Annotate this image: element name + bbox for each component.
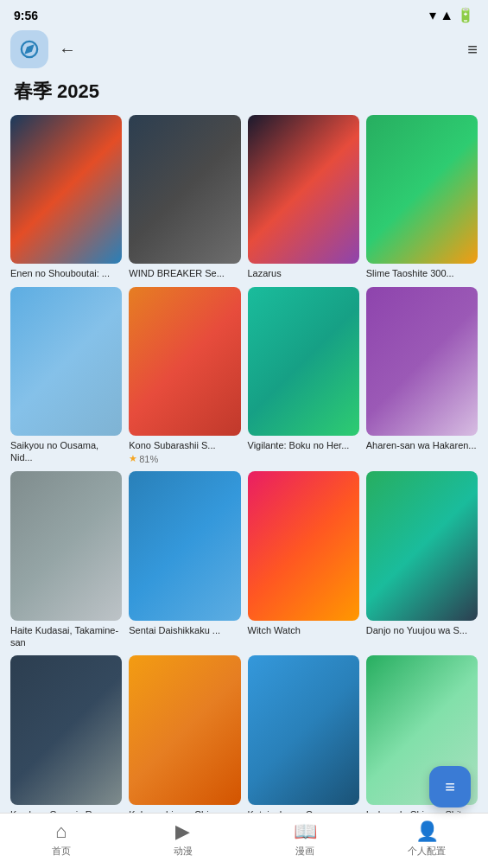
compass-icon [20, 40, 39, 59]
anime-thumbnail [129, 655, 240, 804]
star-icon: ★ [129, 453, 137, 464]
status-bar: 9:56 ▾ ▲ 🔋 [0, 0, 488, 27]
list-view-button[interactable]: ≡ [467, 40, 478, 60]
anime-item[interactable]: Vigilante: Boku no Her... [248, 287, 359, 465]
home-nav-label: 首页 [52, 845, 71, 858]
profile-nav-label: 个人配置 [408, 845, 446, 858]
anime-thumbnail [366, 115, 478, 264]
anime-title: Aharen-san wa Hakaren... [366, 439, 478, 451]
anime-item[interactable]: Kono Subarashii S...★81% [129, 287, 240, 465]
anime-nav-icon: ▶ [175, 820, 190, 843]
anime-cover-art [366, 115, 478, 264]
signal-icon: ▲ [440, 8, 453, 23]
nav-item-profile[interactable]: 👤个人配置 [401, 820, 453, 858]
anime-item[interactable]: Sentai Daishikkaku ... [129, 471, 240, 648]
header-left: ← [10, 30, 76, 68]
rating-value: 81% [139, 454, 158, 464]
anime-title: Vigilante: Boku no Her... [248, 439, 359, 451]
anime-cover-art [129, 287, 240, 436]
anime-item[interactable]: Slime Taoshite 300... [366, 115, 478, 280]
anime-thumbnail [129, 287, 240, 436]
header: ← ≡ [0, 27, 488, 75]
wifi-icon: ▾ [429, 7, 436, 23]
anime-grid: Enen no Shouboutai: ...WIND BREAKER Se..… [0, 115, 488, 868]
home-nav-icon: ⌂ [55, 820, 67, 843]
anime-title: Sentai Daishikkaku ... [129, 624, 240, 636]
anime-thumbnail [10, 471, 122, 620]
anime-cover-art [10, 115, 122, 264]
rating-row: ★81% [129, 453, 240, 464]
anime-thumbnail [248, 471, 359, 620]
anime-cover-art [129, 655, 240, 804]
manga-nav-icon: 📖 [294, 820, 317, 843]
manga-nav-label: 漫画 [295, 845, 314, 858]
anime-cover-art [248, 115, 359, 264]
anime-item[interactable]: Katainaka no Ossan, Kens... [248, 655, 359, 833]
anime-cover-art [129, 115, 240, 264]
anime-title: Lazarus [248, 267, 359, 279]
anime-thumbnail [248, 115, 359, 264]
bottom-nav: ⌂首页▶动漫📖漫画👤个人配置 [0, 813, 488, 868]
svg-marker-1 [26, 46, 33, 53]
anime-thumbnail [10, 115, 122, 264]
anime-item[interactable]: Enen no Shouboutai: ... [10, 115, 122, 280]
nav-item-anime[interactable]: ▶动漫 [157, 820, 209, 858]
anime-item[interactable]: Kobayashi-san Chi no Mai... [129, 655, 240, 833]
anime-thumbnail [10, 287, 122, 436]
back-button[interactable]: ← [59, 40, 76, 60]
nav-item-home[interactable]: ⌂首页 [35, 820, 87, 858]
anime-thumbnail [366, 471, 478, 620]
status-icons: ▾ ▲ 🔋 [429, 7, 474, 23]
anime-title: Saikyou no Ousama, Nid... [10, 439, 122, 464]
anime-item[interactable]: Aharen-san wa Hakaren... [366, 287, 478, 465]
filter-icon: ≡ [445, 777, 455, 797]
anime-item[interactable]: Witch Watch [248, 471, 359, 648]
anime-cover-art [10, 655, 122, 804]
anime-cover-art [10, 287, 122, 436]
anime-cover-art [366, 287, 478, 436]
anime-thumbnail [248, 655, 359, 804]
anime-thumbnail [248, 287, 359, 436]
anime-cover-art [248, 471, 359, 620]
anime-title: Enen no Shouboutai: ... [10, 267, 122, 279]
profile-nav-icon: 👤 [415, 820, 439, 843]
anime-thumbnail [129, 471, 240, 620]
anime-thumbnail [366, 287, 478, 436]
anime-cover-art [248, 655, 359, 804]
anime-item[interactable]: Haite Kudasai, Takamine-san [10, 471, 122, 648]
anime-title: Haite Kudasai, Takamine-san [10, 624, 122, 649]
anime-thumbnail [10, 655, 122, 804]
status-time: 9:56 [14, 9, 38, 22]
anime-title: Danjo no Yuujou wa S... [366, 624, 478, 636]
anime-title: Kono Subarashii S... [129, 439, 240, 451]
nav-item-manga[interactable]: 📖漫画 [279, 820, 331, 858]
page-title: 春季 2025 [0, 75, 488, 115]
anime-title: Witch Watch [248, 624, 359, 636]
anime-item[interactable]: WIND BREAKER Se... [129, 115, 240, 280]
anime-cover-art [248, 287, 359, 436]
anime-cover-art [366, 471, 478, 620]
content-area: Enen no Shouboutai: ...WIND BREAKER Se..… [0, 115, 488, 868]
anime-item[interactable]: Danjo no Yuujou wa S... [366, 471, 478, 648]
battery-icon: 🔋 [457, 7, 474, 23]
filter-fab-button[interactable]: ≡ [429, 766, 471, 807]
anime-title: WIND BREAKER Se... [129, 267, 240, 279]
anime-nav-label: 动漫 [174, 845, 193, 858]
anime-item[interactable]: Saikyou no Ousama, Nid... [10, 287, 122, 465]
explore-button[interactable] [10, 30, 48, 68]
anime-cover-art [129, 471, 240, 620]
anime-item[interactable]: Lazarus [248, 115, 359, 280]
anime-cover-art [10, 471, 122, 620]
anime-thumbnail [129, 115, 240, 264]
anime-title: Slime Taoshite 300... [366, 267, 478, 279]
anime-item[interactable]: Kowloon Generic Ro... [10, 655, 122, 833]
